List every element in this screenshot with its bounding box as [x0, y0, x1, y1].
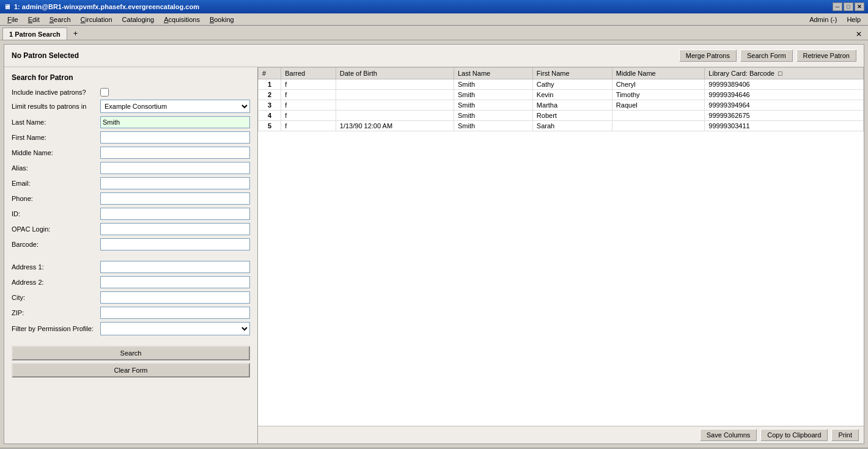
tab-add-button[interactable]: +: [68, 27, 83, 40]
alias-input[interactable]: [100, 162, 250, 174]
cell-last-name: Smith: [454, 111, 532, 121]
menu-search[interactable]: Search: [45, 15, 76, 24]
include-inactive-checkbox[interactable]: [100, 88, 109, 97]
cell-middle-name: Cheryl: [612, 79, 704, 90]
middle-name-input[interactable]: [100, 147, 250, 159]
barcode-label: Barcode:: [12, 241, 100, 248]
last-name-input[interactable]: [100, 116, 250, 128]
cell-last-name: Smith: [454, 90, 532, 100]
col-first-name[interactable]: First Name: [532, 68, 612, 79]
clear-form-button[interactable]: Clear Form: [12, 363, 250, 378]
col-dob[interactable]: Date of Birth: [336, 68, 454, 79]
cell-barcode: 99999394964: [705, 100, 864, 111]
address2-row: Address 2:: [12, 276, 250, 288]
menu-admin[interactable]: Admin (-): [804, 15, 842, 24]
menu-file[interactable]: File: [2, 15, 23, 24]
tab-patron-search[interactable]: 1 Patron Search: [2, 27, 67, 40]
menu-edit[interactable]: Edit: [23, 15, 45, 24]
maximize-button[interactable]: □: [844, 2, 853, 11]
cell-middle-name: [612, 111, 704, 121]
col-last-name[interactable]: Last Name: [454, 68, 532, 79]
address1-input[interactable]: [100, 261, 250, 273]
title-bar-icon: 🖥: [4, 3, 10, 10]
limit-results-select[interactable]: Example Consortium: [100, 100, 250, 113]
cell-num: 2: [259, 90, 281, 100]
cell-last-name: Smith: [454, 121, 532, 131]
cell-dob: 1/13/90 12:00 AM: [336, 121, 454, 131]
retrieve-patron-button[interactable]: Retrieve Patron: [796, 49, 856, 62]
cell-num: 3: [259, 100, 281, 111]
cell-dob: [336, 111, 454, 121]
search-form-title: Search for Patron: [12, 73, 250, 82]
city-input[interactable]: [100, 291, 250, 304]
merge-patrons-button[interactable]: Merge Patrons: [679, 49, 737, 62]
results-tbody: 1 f Smith Cathy Cheryl 99999389406 2 f S…: [259, 79, 864, 131]
table-row[interactable]: 4 f Smith Robert 99999362675: [259, 111, 864, 121]
table-row[interactable]: 5 f 1/13/90 12:00 AM Smith Sarah 9999930…: [259, 121, 864, 131]
header-bar: No Patron Selected Merge Patrons Search …: [4, 45, 864, 67]
cell-first-name: Martha: [532, 100, 612, 111]
cell-num: 1: [259, 79, 281, 90]
cell-first-name: Cathy: [532, 79, 612, 90]
email-input[interactable]: [100, 177, 250, 189]
address2-input[interactable]: [100, 276, 250, 288]
menu-cataloging[interactable]: Cataloging: [117, 15, 160, 24]
table-header-row: # Barred Date of Birth Last Name First N…: [259, 68, 864, 79]
menu-booking[interactable]: Booking: [205, 15, 239, 24]
results-table-container: # Barred Date of Birth Last Name First N…: [258, 67, 864, 426]
menu-bar: File Edit Search Circulation Cataloging …: [0, 13, 868, 26]
first-name-input[interactable]: [100, 131, 250, 144]
id-input[interactable]: [100, 208, 250, 220]
city-label: City:: [12, 294, 100, 301]
menu-help[interactable]: Help: [842, 15, 866, 24]
include-inactive-row: Include inactive patrons?: [12, 88, 250, 97]
tab-bar-close[interactable]: ✕: [852, 29, 866, 40]
menu-acquisitions[interactable]: Acquisitions: [159, 15, 205, 24]
cell-barcode: 99999389406: [705, 79, 864, 90]
address2-label: Address 2:: [12, 279, 100, 286]
results-panel: # Barred Date of Birth Last Name First N…: [258, 67, 864, 444]
phone-input[interactable]: [100, 192, 250, 205]
title-bar-text: 1: admin@BR1-winxpvmfx.phasefx.evergreen…: [14, 3, 199, 10]
opac-login-input[interactable]: [100, 223, 250, 235]
last-name-row: Last Name:: [12, 116, 250, 128]
close-window-button[interactable]: ✕: [855, 2, 864, 11]
first-name-row: First Name:: [12, 131, 250, 144]
cell-num: 5: [259, 121, 281, 131]
minimize-button[interactable]: ─: [833, 2, 842, 11]
opac-login-label: OPAC Login:: [12, 225, 100, 233]
search-form-button[interactable]: Search Form: [740, 49, 793, 62]
col-middle-name[interactable]: Middle Name: [612, 68, 704, 79]
phone-label: Phone:: [12, 195, 100, 202]
tab-bar: 1 Patron Search + ✕: [0, 26, 868, 40]
city-row: City:: [12, 291, 250, 304]
form-buttons: Search Clear Form: [12, 346, 250, 378]
cell-barred: f: [281, 121, 336, 131]
menu-circulation[interactable]: Circulation: [76, 15, 117, 24]
zip-input[interactable]: [100, 307, 250, 319]
body-split: Search for Patron Include inactive patro…: [4, 67, 864, 444]
copy-clipboard-button[interactable]: Copy to Clipboard: [760, 429, 828, 441]
cell-first-name: Robert: [532, 111, 612, 121]
title-bar: 🖥 1: admin@BR1-winxpvmfx.phasefx.evergre…: [0, 0, 868, 13]
col-num[interactable]: #: [259, 68, 281, 79]
col-barred[interactable]: Barred: [281, 68, 336, 79]
barcode-input[interactable]: [100, 238, 250, 250]
table-row[interactable]: 1 f Smith Cathy Cheryl 99999389406: [259, 79, 864, 90]
permission-profile-select[interactable]: [100, 322, 250, 335]
title-bar-controls: ─ □ ✕: [833, 2, 864, 11]
cell-barcode: 99999362675: [705, 111, 864, 121]
cell-barred: f: [281, 100, 336, 111]
address1-row: Address 1:: [12, 261, 250, 273]
save-columns-button[interactable]: Save Columns: [700, 429, 757, 441]
search-button[interactable]: Search: [12, 346, 250, 360]
cell-dob: [336, 79, 454, 90]
col-barcode[interactable]: Library Card: Barcode □: [705, 68, 864, 79]
cell-barred: f: [281, 79, 336, 90]
print-button[interactable]: Print: [831, 429, 859, 441]
results-table: # Barred Date of Birth Last Name First N…: [258, 67, 864, 131]
table-row[interactable]: 2 f Smith Kevin Timothy 99999394646: [259, 90, 864, 100]
search-panel: Search for Patron Include inactive patro…: [4, 67, 258, 444]
title-bar-left: 🖥 1: admin@BR1-winxpvmfx.phasefx.evergre…: [4, 3, 199, 10]
table-row[interactable]: 3 f Smith Martha Raquel 99999394964: [259, 100, 864, 111]
